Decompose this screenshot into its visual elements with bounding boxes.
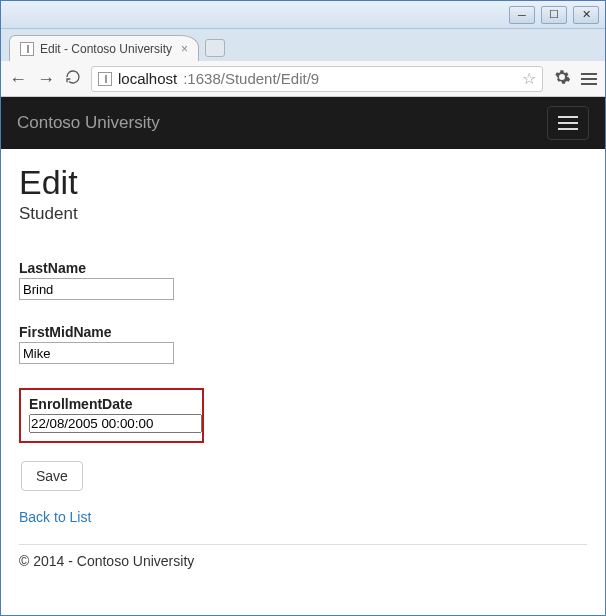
url-host: localhost — [118, 70, 177, 87]
hamburger-menu-button[interactable] — [547, 106, 589, 140]
chrome-menu-icon[interactable] — [581, 73, 597, 85]
browser-tab[interactable]: Edit - Contoso University × — [9, 35, 199, 61]
tab-strip: Edit - Contoso University × — [1, 29, 605, 61]
field-firstmidname: FirstMidName — [19, 324, 587, 364]
maximize-button[interactable]: ☐ — [541, 6, 567, 24]
forward-icon[interactable]: → — [37, 70, 55, 88]
input-enrollmentdate[interactable] — [29, 414, 202, 433]
close-tab-icon[interactable]: × — [181, 42, 188, 56]
main-content: Edit Student LastName FirstMidName Enrol… — [1, 149, 605, 589]
reload-icon[interactable] — [65, 69, 81, 88]
footer-text: © 2014 - Contoso University — [19, 553, 587, 579]
back-to-list-link[interactable]: Back to List — [19, 509, 91, 525]
label-enrollmentdate: EnrollmentDate — [29, 396, 194, 412]
window-controls: ─ ☐ ✕ — [509, 6, 599, 24]
input-lastname[interactable] — [19, 278, 174, 300]
file-icon — [20, 42, 34, 56]
gear-icon[interactable] — [553, 68, 571, 90]
page-viewport: Contoso University Edit Student LastName… — [1, 97, 605, 615]
brand-text[interactable]: Contoso University — [17, 113, 160, 133]
new-tab-button[interactable] — [205, 39, 225, 57]
close-window-button[interactable]: ✕ — [573, 6, 599, 24]
input-firstmidname[interactable] — [19, 342, 174, 364]
label-lastname: LastName — [19, 260, 587, 276]
page-subtitle: Student — [19, 204, 587, 224]
page-icon — [98, 72, 112, 86]
field-lastname: LastName — [19, 260, 587, 300]
site-navbar: Contoso University — [1, 97, 605, 149]
page-title: Edit — [19, 163, 587, 202]
label-firstmidname: FirstMidName — [19, 324, 587, 340]
bookmark-star-icon[interactable]: ☆ — [522, 69, 536, 88]
address-bar[interactable]: localhost:1638/Student/Edit/9 ☆ — [91, 66, 543, 92]
os-titlebar: ─ ☐ ✕ — [1, 1, 605, 29]
field-enrollmentdate-highlight: EnrollmentDate — [19, 388, 204, 443]
toolbar: ← → localhost:1638/Student/Edit/9 ☆ — [1, 61, 605, 97]
tab-title: Edit - Contoso University — [40, 42, 172, 56]
minimize-button[interactable]: ─ — [509, 6, 535, 24]
footer-divider — [19, 544, 587, 545]
back-icon[interactable]: ← — [9, 70, 27, 88]
browser-window: ─ ☐ ✕ Edit - Contoso University × ← → lo… — [0, 0, 606, 616]
save-button[interactable]: Save — [21, 461, 83, 491]
url-path: :1638/Student/Edit/9 — [183, 70, 319, 87]
